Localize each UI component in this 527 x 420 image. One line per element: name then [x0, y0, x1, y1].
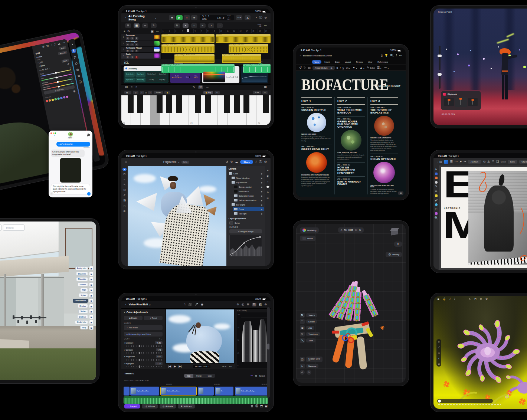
underline-button[interactable]: U — [343, 67, 344, 69]
mute-button[interactable]: M — [126, 37, 130, 40]
region-keys-1[interactable]: Keyboard Player - Broken Chords — [174, 54, 214, 63]
flip-icon[interactable]: ⟁ — [487, 160, 490, 163]
preset-selector[interactable]: ‹ Default › — [468, 160, 481, 164]
eye-icon[interactable]: ◉ — [261, 173, 262, 175]
mixer-view-button[interactable]: ▦ — [134, 23, 140, 28]
distance-field[interactable]: Distance — [3, 224, 24, 231]
export-icon[interactable]: ⤴ — [449, 298, 451, 301]
eye-icon[interactable]: ◉ — [261, 213, 262, 215]
font-color-button[interactable]: ▲⌄ — [360, 66, 365, 69]
info-icon[interactable]: ⓘ — [259, 16, 262, 19]
copy-tool-button[interactable]: ⧉ — [174, 23, 180, 28]
sync-icon[interactable]: ◎ — [355, 229, 357, 232]
highlight-button[interactable]: ▼⌄ — [352, 66, 358, 69]
alchemy-preset-button[interactable]: Synth Pluck — [125, 78, 135, 82]
more-icon[interactable]: ⋯ — [264, 24, 267, 27]
numbering-button[interactable]: ≔⌄ — [384, 66, 390, 69]
add-attachment-button[interactable]: + — [50, 192, 53, 196]
color-tool[interactable] — [435, 203, 438, 206]
bar-ruler[interactable]: 1234567891011121314151617 — [161, 29, 271, 33]
search-tool[interactable]: 🔍Search — [300, 313, 320, 318]
keyboard-toggle-icon[interactable]: ▦ — [264, 86, 267, 89]
stop-button[interactable]: ■ — [169, 15, 175, 20]
multiview-icon[interactable]: ⊞ — [247, 303, 249, 306]
sketch-tool[interactable]: ⌒Sketch — [300, 319, 320, 324]
panel-button[interactable]: Styles▣ — [79, 293, 94, 298]
model-viewport[interactable]: ⤴ ⤺ ⤻ ⚙ 🔔 Distance Entity Info▣Shadows▣M… — [0, 222, 96, 380]
keyboard-more-button[interactable]: ⋯ — [262, 91, 268, 94]
section-view-button[interactable]: ◫Section ViewOff — [300, 357, 323, 362]
bullets-button[interactable]: ☰⌄ — [377, 66, 382, 69]
share-button[interactable]: Share — [240, 160, 253, 164]
multicam-button[interactable]: ⊞ Multicam — [178, 404, 195, 408]
header-more-icon[interactable]: ⋯ — [156, 30, 159, 33]
reset-button[interactable]: ↺ Reset — [144, 316, 163, 320]
crop-tool[interactable]: ⊞ — [124, 210, 126, 213]
layer-row[interactable]: Top right◉ — [233, 211, 264, 216]
pencil-tool-button[interactable]: ✎ — [151, 23, 157, 28]
panel-icon[interactable]: ▣ — [89, 277, 94, 281]
brush-size-slider[interactable] — [439, 46, 441, 70]
ribbon-tab[interactable]: View — [366, 60, 374, 64]
region-bass-2[interactable]: Bass Player - Indie Disco — [229, 44, 268, 53]
mini-toolbar[interactable]: ✕⤢⊡◐⊞ — [436, 339, 441, 367]
versions-icon[interactable]: ⧉ — [78, 74, 80, 78]
trash-icon[interactable]: 🗑 — [251, 405, 253, 408]
record-button[interactable]: ● — [184, 15, 190, 20]
ribbon-tab[interactable]: Home — [312, 60, 322, 64]
move-tool[interactable]: ▲ — [122, 168, 127, 171]
panel-button[interactable]: Environment▣ — [73, 298, 94, 303]
keyboard-mode-button[interactable]: ▦ ⌄ — [124, 91, 131, 94]
layer-row[interactable]: Blue match◉ — [233, 189, 264, 193]
document-canvas[interactable]: BIOFACTURE INNOVATION SUMMIT DAY 1 2PM —… — [296, 71, 406, 197]
italic-button[interactable]: I — [340, 67, 341, 69]
editors-button[interactable]: ▭ — [142, 23, 148, 28]
items-button[interactable]: Items — [300, 236, 315, 241]
lock-button[interactable]: 🔒 — [164, 91, 170, 94]
panel-icon[interactable]: ▣ — [89, 298, 94, 303]
shape-tool[interactable]: □ — [435, 208, 437, 211]
stop-icon[interactable]: ◻ — [474, 298, 477, 301]
inspect-button[interactable]: ⚌ Inspect — [124, 404, 140, 408]
lock-icon[interactable]: 🔒 — [443, 298, 446, 301]
align-icon[interactable]: ≞ — [492, 160, 494, 163]
panel-icon[interactable]: ▣ — [89, 282, 94, 287]
font-selector[interactable]: Antipol Medium11 — [312, 66, 335, 70]
timer-icon[interactable]: ◔ — [255, 16, 257, 19]
mic-icon[interactable]: ⌾ — [131, 86, 133, 89]
chromaglow-style[interactable]: StyleClean — [194, 75, 198, 79]
alchemy-preset-button[interactable]: Bright Synth — [125, 72, 135, 77]
clip-sliver[interactable] — [124, 387, 130, 396]
mute-button[interactable]: M — [126, 43, 130, 46]
track-header-keyboard[interactable]: 3 Keyboard Player MSR — [121, 47, 161, 53]
brush2-tool[interactable]: 🖌 — [435, 199, 438, 202]
record-enable-button[interactable]: R — [135, 56, 138, 59]
share-icon[interactable]: ⤴ — [54, 43, 56, 46]
panel-button[interactable]: Shadows▣ — [76, 272, 94, 276]
chromaglow-drive-knob[interactable]: Drive — [186, 76, 190, 78]
eye-icon[interactable]: ◉ — [261, 208, 262, 210]
record-icon[interactable]: ◉ — [201, 303, 203, 306]
back-chevron-icon[interactable]: ‹ — [125, 303, 126, 306]
target-icon[interactable]: ⊙ — [480, 298, 482, 301]
song-title[interactable]: An Evening Song — [128, 14, 153, 21]
track-header-drummer[interactable]: 1 Drummer MSR — [121, 34, 161, 40]
layer-row[interactable]: Sweat...ooster◉ — [233, 185, 264, 189]
comment-icon[interactable]: 💬 — [266, 186, 269, 188]
ribbon-tabs[interactable]: HomeInsertDrawLayoutReviewViewReferences — [296, 59, 406, 65]
poster-canvas[interactable]: E LECTRONIC M USIC AW SC — [441, 167, 527, 268]
timeline-playhead[interactable] — [205, 296, 205, 409]
gradient-tool[interactable]: ◨ — [123, 199, 126, 202]
dismiss-keyboard-icon[interactable]: ▤ — [398, 191, 403, 195]
record-enable-button[interactable]: R — [135, 43, 138, 46]
highlights-slider[interactable]: ◔ Highlights11.27 — [124, 362, 163, 365]
back-chevron-icon[interactable]: ‹ — [125, 16, 126, 19]
eye-icon[interactable]: ◉ — [261, 177, 262, 179]
mute-button[interactable]: M — [126, 50, 130, 52]
curve-property-row[interactable]: Curve — [226, 221, 265, 225]
eyedropper-icon[interactable]: ✐ — [67, 63, 70, 66]
layers-icon[interactable]: ❏ — [496, 160, 499, 163]
split-tool-button[interactable]: ✂ — [200, 23, 206, 28]
back-icon[interactable]: ←▤ — [436, 160, 442, 163]
contrast-slider[interactable]: ◐ Contrast4.41 — [124, 348, 163, 351]
